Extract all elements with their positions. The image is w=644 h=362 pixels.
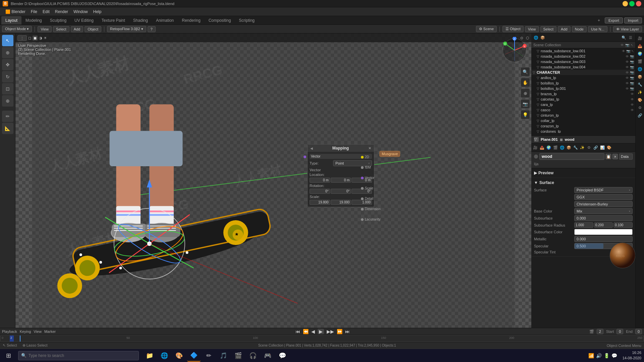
start-button[interactable]: ⊞ (0, 349, 17, 362)
item-1-camera[interactable]: 📷 (630, 55, 634, 58)
tab-shading[interactable]: Shading (129, 16, 152, 24)
item-0-eye[interactable]: 👁 (622, 49, 625, 53)
metallic-value[interactable]: 0.000 (574, 236, 633, 242)
mat-data-btn[interactable]: Data (619, 154, 633, 160)
viewport-shading-solid[interactable]: ◼ (33, 36, 38, 41)
mini-icon-3[interactable]: 🌍 (637, 50, 643, 57)
outliner-item-1[interactable]: ▽ rosada_substance_low.002 👁 📷 (531, 54, 635, 59)
base-color-dropdown[interactable]: Mix ▾ (574, 208, 633, 214)
view-layer-btn[interactable]: 👁 View Layer (613, 26, 642, 32)
subsurface-value[interactable]: 0.000 (574, 215, 633, 221)
anillos-camera[interactable]: 📷 (630, 76, 634, 80)
view-menu[interactable]: View (38, 26, 52, 32)
maximize-button[interactable] (629, 1, 635, 6)
select-menu[interactable]: Select (53, 26, 69, 32)
tab-modeling[interactable]: Modeling (21, 16, 46, 24)
outliner-item-collar[interactable]: ▽ collar_lp (531, 118, 635, 123)
outliner-tab-object[interactable]: 📦 (539, 34, 546, 41)
item-2-eye[interactable]: 👁 (626, 60, 629, 64)
menu-file[interactable]: File (28, 9, 40, 15)
grab-btn[interactable]: ✋ (521, 78, 530, 87)
prev-frame-btn[interactable]: ◀ (311, 329, 315, 334)
char-eye[interactable]: 👁 (626, 71, 629, 74)
tray-notification[interactable]: 💬 (611, 353, 617, 358)
mat-delete-btn[interactable]: ✕ (612, 154, 618, 159)
mini-icon-6[interactable]: 📦 (637, 73, 643, 80)
outliner-search[interactable]: 🔍 (621, 34, 627, 41)
object-menu[interactable]: Object (85, 26, 101, 32)
start-frame[interactable]: 0 (616, 329, 623, 334)
add-btn2[interactable]: Add (558, 26, 571, 32)
outliner-item-anillos[interactable]: ▽ anillos_lp 👁 📷 (531, 75, 635, 80)
jump-start-btn[interactable]: ⏮ (296, 329, 300, 334)
minimize-button[interactable] (623, 1, 628, 6)
subsurface-r3[interactable]: 0.100 (613, 222, 633, 228)
prop-tab-material[interactable]: 🎨 (606, 144, 612, 151)
taskbar-illustrator[interactable]: ✏ (202, 350, 215, 362)
scale-tool[interactable]: ⊡ (2, 83, 13, 95)
prev-key-btn[interactable]: ⏪ (303, 329, 309, 334)
menu-window[interactable]: Window (71, 9, 91, 15)
item-2-camera[interactable]: 📷 (630, 60, 634, 64)
outliner-item-casco[interactable]: ▽ casco 👁 (531, 107, 635, 113)
outliner-item-brazos[interactable]: ▽ brazos_lp 👁 (531, 91, 635, 97)
outliner-item-cara[interactable]: ▽ cara_lp 👁 (531, 102, 635, 107)
orbit-btn[interactable]: ⊕ (521, 88, 530, 98)
menu-render[interactable]: Render (52, 9, 71, 15)
tab-sculpting[interactable]: Sculpting (46, 16, 70, 24)
outliner-item-bolsillos001[interactable]: ▽ bolsillos_lp.001 👁 📷 (531, 86, 635, 91)
add-menu[interactable]: Add (71, 26, 84, 32)
select-btn2[interactable]: Select (540, 26, 557, 32)
tab-add[interactable]: + (594, 16, 604, 24)
prop-tab-modifier[interactable]: 🔧 (572, 144, 579, 151)
outliner-item-bolsillos[interactable]: ▽ bolsillos_lp 👁 📷 (531, 80, 635, 86)
engine-selector[interactable]: ⚙ Scene (476, 26, 497, 32)
taskbar-xbox[interactable]: 🎮 (261, 350, 274, 362)
export-button[interactable]: Export (605, 17, 623, 23)
tab-rendering[interactable]: Rendering (178, 16, 204, 24)
bolsillos-camera[interactable]: 📷 (630, 81, 634, 85)
prop-tab-data[interactable]: 📊 (599, 144, 606, 151)
tray-network[interactable]: 📶 (588, 353, 594, 358)
viewport-shading-rendered[interactable]: ☀ (44, 36, 47, 40)
menu-help[interactable]: Help (91, 9, 104, 15)
taskbar-discord[interactable]: 💬 (276, 350, 289, 362)
viewport-shading-wire[interactable]: ◻ (28, 36, 31, 40)
select-tool[interactable]: ↖ (2, 35, 13, 46)
outliner-item-0[interactable]: ▽ rosada_substance_low.001 👁 📷 ↖ (531, 48, 635, 54)
help-btn[interactable]: ? (148, 26, 156, 32)
bolsillos-eye[interactable]: 👁 (626, 81, 629, 85)
outliner-item-cinturon[interactable]: ▽ cinturon_lp (531, 113, 635, 118)
surface-header[interactable]: ▼ Surface (534, 179, 633, 186)
zoom-in-btn[interactable]: 🔍 (521, 67, 530, 76)
taskbar-premiere[interactable]: 🎬 (231, 350, 245, 362)
preview-header[interactable]: ▶ Preview (534, 170, 633, 176)
object-type[interactable]: ☰ Object (502, 26, 524, 32)
outliner-item-character[interactable]: ▽ CHARACTER 👁 📷 (531, 70, 635, 75)
tab-texture-paint[interactable]: Texture Paint (98, 16, 129, 24)
mini-icon-1[interactable]: 🎥 (637, 35, 643, 42)
specular-value[interactable]: 0.500 (574, 243, 633, 249)
use-nodes-btn[interactable]: Use N... (588, 26, 607, 32)
transform-tool[interactable]: ⊕ (2, 95, 13, 107)
item-1-eye[interactable]: 👁 (626, 55, 629, 58)
light-btn[interactable]: 💡 (521, 110, 530, 119)
tab-uv-editing[interactable]: UV Editing (70, 16, 98, 24)
anillos-eye[interactable]: 👁 (626, 76, 629, 80)
material-name-field[interactable]: wood (539, 153, 604, 160)
item-3-eye[interactable]: 👁 (626, 65, 629, 69)
taskbar-file-explorer[interactable]: 📁 (143, 350, 156, 362)
camera-btn[interactable]: 📷 (521, 99, 530, 109)
scale-x[interactable]: 19.800 (310, 200, 330, 205)
taskbar-spotify[interactable]: 🎧 (246, 350, 260, 362)
taskbar-blender[interactable]: 🔷 (187, 350, 201, 362)
calcetas-eye[interactable]: 👁 (631, 98, 634, 101)
scale-y[interactable]: 19.000 (331, 200, 351, 205)
surface-shader-dropdown[interactable]: Principled BSDF ▾ (574, 187, 633, 193)
bolsillos001-eye[interactable]: 👁 (626, 87, 629, 90)
mini-icon-4[interactable]: 🎬 (637, 58, 643, 65)
prop-tab-render[interactable]: 🎥 (532, 144, 539, 151)
char-camera[interactable]: 📷 (630, 71, 634, 74)
item-3-camera[interactable]: 📷 (630, 65, 634, 69)
retopoflow-btn[interactable]: RetopoFlow 3.0β2 ▾ (107, 26, 146, 32)
